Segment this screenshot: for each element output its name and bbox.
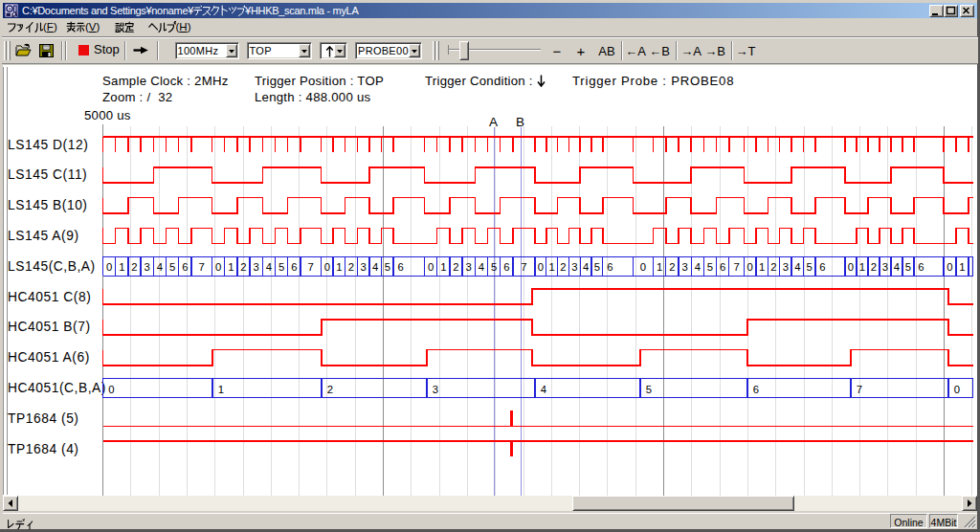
svg-text:1: 1	[228, 261, 234, 273]
svg-text:7: 7	[308, 261, 314, 273]
svg-text:4: 4	[372, 261, 378, 273]
svg-text:1: 1	[119, 261, 124, 273]
svg-text:3: 3	[882, 261, 888, 273]
svg-text:1: 1	[440, 261, 446, 273]
svg-text:0: 0	[428, 261, 434, 273]
svg-text:4: 4	[541, 384, 546, 395]
svg-text:0: 0	[538, 261, 544, 273]
svg-text:6: 6	[182, 261, 188, 273]
svg-text:3: 3	[571, 261, 577, 273]
svg-text:1: 1	[218, 384, 224, 395]
svg-text:0: 0	[215, 261, 221, 273]
svg-text:4: 4	[695, 261, 701, 273]
svg-text:1: 1	[336, 261, 342, 273]
svg-text:3: 3	[466, 261, 472, 273]
svg-text:4: 4	[794, 261, 800, 273]
svg-text:6: 6	[503, 261, 509, 273]
svg-text:2: 2	[327, 384, 333, 395]
svg-text:4: 4	[479, 261, 484, 273]
svg-text:3: 3	[145, 261, 150, 273]
svg-text:6: 6	[397, 261, 403, 273]
svg-text:5: 5	[385, 261, 390, 273]
svg-text:4: 4	[894, 261, 900, 273]
svg-text:5: 5	[278, 261, 284, 273]
svg-text:1: 1	[759, 261, 765, 273]
svg-text:1: 1	[549, 261, 555, 273]
svg-text:0: 0	[640, 261, 646, 273]
svg-text:6: 6	[819, 261, 825, 273]
svg-text:0: 0	[324, 261, 330, 273]
svg-text:4: 4	[157, 261, 163, 273]
svg-text:6: 6	[918, 261, 924, 273]
svg-text:0: 0	[848, 261, 854, 273]
svg-text:6: 6	[753, 384, 759, 395]
svg-text:3: 3	[681, 261, 687, 273]
svg-text:2: 2	[348, 261, 354, 273]
svg-text:1: 1	[657, 261, 662, 273]
svg-text:0: 0	[106, 261, 112, 273]
svg-text:0: 0	[108, 384, 114, 395]
svg-text:6: 6	[607, 261, 612, 273]
svg-text:3: 3	[254, 261, 259, 273]
svg-text:0: 0	[947, 261, 952, 273]
svg-text:5: 5	[169, 261, 175, 273]
svg-text:5: 5	[707, 261, 713, 273]
svg-text:0: 0	[954, 384, 960, 395]
svg-text:2: 2	[770, 261, 776, 273]
svg-text:5: 5	[807, 261, 813, 273]
svg-text:4: 4	[583, 261, 589, 273]
svg-text:1: 1	[859, 261, 865, 273]
svg-text:7: 7	[521, 261, 526, 273]
svg-text:6: 6	[720, 261, 725, 273]
svg-text:2: 2	[871, 261, 877, 273]
svg-text:7: 7	[857, 384, 862, 395]
svg-text:2: 2	[453, 261, 458, 273]
svg-text:4: 4	[266, 261, 272, 273]
svg-text:2: 2	[560, 261, 566, 273]
svg-text:7: 7	[734, 261, 740, 273]
svg-text:2: 2	[240, 261, 246, 273]
svg-text:7: 7	[199, 261, 205, 273]
svg-text:3: 3	[360, 261, 366, 273]
svg-text:1: 1	[959, 261, 965, 273]
svg-text:6: 6	[291, 261, 297, 273]
svg-text:5: 5	[646, 384, 652, 395]
svg-text:3: 3	[433, 384, 438, 395]
svg-text:5: 5	[594, 261, 600, 273]
svg-text:0: 0	[747, 261, 753, 273]
svg-text:5: 5	[491, 261, 497, 273]
svg-text:2: 2	[131, 261, 137, 273]
svg-text:2: 2	[669, 261, 675, 273]
svg-text:5: 5	[905, 261, 911, 273]
svg-text:3: 3	[783, 261, 789, 273]
